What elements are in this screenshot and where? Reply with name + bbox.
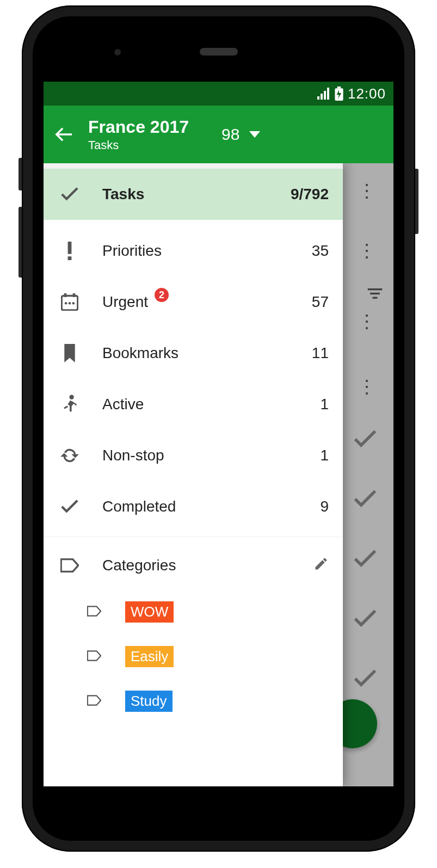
nav-section-label: Categories [102,557,313,574]
nav-item-count: 9/792 [291,186,329,203]
svg-rect-8 [324,91,326,100]
svg-rect-9 [327,88,329,100]
category-label: Easily [125,646,174,667]
statusbar: 12:00 [44,82,393,106]
nav-item-label: Active [102,396,320,413]
phone-power-button [415,169,418,234]
nav-item-count: 57 [312,293,329,311]
svg-rect-6 [317,96,319,100]
svg-rect-18 [73,293,76,297]
badge: 2 [155,288,169,302]
page-subtitle: Tasks [88,138,189,152]
navigation-drawer: Tasks 9/792 Priorities35Urgent257Bookmar… [44,163,343,786]
check-icon [353,490,377,510]
svg-marker-24 [88,606,101,615]
svg-point-22 [69,395,73,399]
count-value: 98 [221,125,239,144]
nav-item-non-stop[interactable]: Non-stop1 [44,430,343,481]
category-easily[interactable]: Easily [44,634,343,679]
category-label: Study [125,691,173,712]
check-icon [58,500,82,514]
tag-icon [87,648,107,665]
nav-item-urgent[interactable]: Urgent257 [44,276,343,328]
nav-item-label: Priorities [102,242,312,260]
page-title: France 2017 [88,117,189,137]
nav-item-bookmarks[interactable]: Bookmarks11 [44,328,343,379]
nav-item-count: 11 [312,344,329,362]
phone-speaker [200,48,238,56]
svg-rect-3 [368,288,383,290]
nav-item-tasks[interactable]: Tasks 9/792 [44,169,343,220]
phone-frame: ⋮ 40.0% ⋮ ⋮ ⋮ ⋮ [22,5,415,852]
nav-item-count: 1 [320,396,329,413]
nav-item-label: Bookmarks [102,344,312,362]
check-icon [353,430,377,451]
exclamation-icon [58,242,82,260]
check-icon [353,610,377,630]
back-button[interactable] [53,125,75,144]
svg-point-19 [65,302,67,305]
nav-item-active[interactable]: Active1 [44,379,343,430]
nav-item-count: 1 [320,447,329,464]
count-dropdown[interactable]: 98 [221,125,260,144]
chevron-down-icon [249,131,260,138]
more-icon: ⋮ [358,239,377,261]
svg-rect-7 [321,94,323,100]
nav-item-count: 9 [320,498,329,515]
battery-icon [335,87,343,101]
svg-rect-15 [68,256,72,260]
run-icon [58,395,82,414]
nav-item-priorities[interactable]: Priorities35 [44,225,343,276]
more-icon: ⋮ [358,375,377,397]
category-wow[interactable]: WOW [44,589,343,634]
status-clock: 12:00 [348,85,386,102]
phone-camera [114,49,121,56]
filter-icon [367,288,383,301]
sync-icon [58,447,82,464]
category-label: WOW [125,601,174,623]
svg-point-20 [69,302,71,305]
check-icon [353,669,377,690]
tag-icon [87,604,107,620]
svg-rect-17 [64,293,67,297]
nav-section-categories[interactable]: Categories [44,541,343,589]
svg-marker-26 [88,695,101,705]
tag-icon [87,693,107,710]
signal-icon [317,88,330,100]
calendar-icon [58,293,82,311]
phone-side-button [19,207,22,278]
phone-side-button [19,158,22,190]
svg-marker-25 [88,651,101,660]
tag-icon [58,558,82,572]
nav-item-label: Tasks [102,186,291,203]
appbar: France 2017 Tasks 98 [44,106,393,163]
nav-item-label: Non-stop [102,447,320,464]
check-icon [58,187,82,201]
bookmark-icon [58,344,82,362]
svg-rect-5 [373,297,378,299]
svg-rect-14 [68,242,72,254]
svg-point-21 [72,302,75,305]
more-icon: ⋮ [358,180,377,201]
nav-item-completed[interactable]: Completed9 [44,481,343,532]
svg-rect-10 [337,87,341,88]
nav-item-count: 35 [312,242,329,260]
nav-item-label: Urgent2 [102,293,312,311]
svg-marker-23 [61,559,78,572]
category-study[interactable]: Study [44,679,343,723]
appbar-titles[interactable]: France 2017 Tasks [88,117,189,152]
nav-item-label: Completed [102,498,320,515]
check-icon [353,550,377,570]
screen: ⋮ 40.0% ⋮ ⋮ ⋮ ⋮ [44,82,393,786]
edit-icon[interactable] [313,556,329,575]
more-icon: ⋮ [358,310,377,332]
svg-rect-4 [370,293,380,294]
